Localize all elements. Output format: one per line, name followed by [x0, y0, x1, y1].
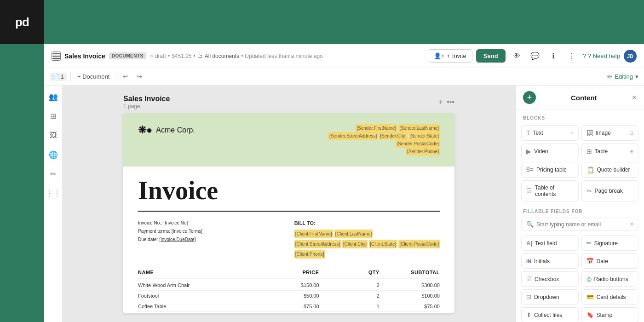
close-panel-button[interactable]: ×	[632, 93, 637, 103]
card-icon: 💳	[586, 293, 594, 300]
sender-lastname-field[interactable]: [Sender.LastName]	[398, 124, 440, 132]
date-icon: 📅	[586, 258, 594, 264]
text-format-icon: ≡	[570, 130, 573, 136]
block-video[interactable]: ▶ Video	[521, 144, 579, 159]
fillable-radio[interactable]: ◎ Radio buttons	[581, 271, 639, 287]
client-firstname-field[interactable]: [Client.FirstName]	[294, 230, 333, 238]
sidebar-people-icon[interactable]: 👥	[47, 90, 60, 103]
avatar[interactable]: JD	[624, 50, 637, 63]
sender-state-field[interactable]: [Sender.State]	[409, 132, 440, 140]
view-button[interactable]: 👁	[509, 49, 524, 63]
fillable-signature[interactable]: ✏ Signature	[581, 236, 639, 251]
sender-postal-line: [Sender.PostalCode]	[328, 140, 440, 148]
help-button[interactable]: ? ? Need help	[583, 52, 620, 59]
fillable-dropdown[interactable]: ⊟ Dropdown	[521, 289, 579, 305]
info-button[interactable]: ℹ	[546, 49, 561, 63]
sidebar-layout-icon[interactable]: ⊞	[47, 109, 60, 122]
client-street-field[interactable]: [Client.StreetAddress]	[294, 240, 341, 248]
page-icon: 📄	[52, 74, 59, 80]
company-logo-area: ❋● Acme Corp.	[138, 124, 195, 136]
editing-button[interactable]: ✏ Editing ▾	[607, 73, 638, 80]
sender-street-field[interactable]: [Sender.StreetAddress]	[328, 132, 378, 140]
block-pricing[interactable]: $= Pricing table	[521, 162, 579, 178]
table-row: White-Wood Arm Chair $150.00 2 $300.00	[138, 280, 440, 291]
fillable-card[interactable]: 💳 Card details	[581, 289, 639, 305]
send-button[interactable]: Send	[476, 49, 506, 63]
block-quote-label: Quote builder	[597, 167, 630, 173]
comment-button[interactable]: 💬	[528, 49, 542, 63]
due-date: Due date: [Invoice.DueDate]	[138, 236, 202, 244]
fillable-date[interactable]: 📅 Date	[581, 253, 639, 269]
top-bar-right: 👤+ + Invite Send 👁 💬 ℹ ⋮ ? ? Need help J…	[428, 49, 637, 63]
add-content-button[interactable]: +	[523, 91, 536, 104]
sender-city-field[interactable]: [Sender.City]	[379, 132, 407, 140]
fillable-stamp[interactable]: 🔖 Stamp	[581, 307, 639, 322]
amount: $451.25	[172, 53, 191, 59]
right-panel: + Content × BLOCKS T Text ≡ 🖼 Image ⊡	[515, 86, 644, 322]
sidebar-grid-icon[interactable]: ⋮⋮	[47, 187, 60, 200]
redo-button[interactable]: ↪	[134, 72, 145, 81]
toolbar-row: 📄 1 + Document ↩ ↪ ✏ Editing ▾	[44, 68, 644, 86]
invite-button[interactable]: 👤+ + Invite	[428, 49, 472, 63]
client-lastname-field[interactable]: [Client.LastName]	[334, 230, 373, 238]
col-qty: QTY	[319, 270, 380, 275]
pagebreak-block-icon: ✂	[586, 187, 592, 195]
row2-price: $50.00	[259, 293, 319, 299]
sender-firstname-field[interactable]: [Sender.FirstName]	[356, 124, 397, 132]
company-name: Acme Corp.	[156, 126, 195, 134]
files-label: Collect files	[534, 312, 562, 318]
chevron-down-icon: ▾	[635, 73, 638, 80]
fillable-initials[interactable]: IN Initials	[521, 253, 579, 269]
panel-content: BLOCKS T Text ≡ 🖼 Image ⊡ ▶ Video	[516, 110, 644, 322]
sidebar-edit-icon[interactable]: ✏	[47, 167, 60, 180]
page-more-button[interactable]: •••	[447, 98, 454, 106]
client-postal-field[interactable]: [Client.PostalCode]	[398, 240, 440, 248]
document-name: Sales Invoice	[123, 95, 170, 103]
row3-name: Coffee Table	[138, 304, 259, 309]
block-quote[interactable]: 📋 Quote builder	[581, 162, 639, 178]
invoice-info-row: Invoice No.: [Invoice No] Payment terms:…	[123, 212, 454, 266]
more-options-button[interactable]: ⋮	[564, 49, 579, 63]
sender-phone-field[interactable]: [Sender.Phone]	[406, 148, 440, 155]
block-text[interactable]: T Text ≡	[521, 125, 579, 141]
table-grid-icon: ⊞	[629, 149, 633, 155]
fillable-search-input[interactable]	[536, 221, 628, 228]
invoice-left-info: Invoice No.: [Invoice No] Payment terms:…	[138, 219, 202, 259]
blocks-section-label: BLOCKS	[521, 115, 638, 121]
toolbar-divider	[70, 72, 71, 81]
add-document-button[interactable]: + Document	[75, 72, 112, 81]
sidebar-image-icon[interactable]: 🖼	[47, 129, 60, 142]
updated-text: Updated less than a minute ago	[245, 53, 322, 59]
block-table[interactable]: ⊞ Table ⊞	[581, 144, 639, 159]
block-pagebreak-label: Page break	[595, 188, 623, 194]
pricing-block-icon: $=	[526, 166, 534, 173]
block-toc[interactable]: ☰ Table of contents	[521, 180, 579, 201]
date-label: Date	[597, 258, 608, 264]
block-pricing-label: Pricing table	[536, 167, 567, 173]
checkbox-icon: ☑	[526, 276, 532, 282]
fillable-checkbox[interactable]: ☑ Checkbox	[521, 271, 579, 287]
sidebar-translate-icon[interactable]: 🌐	[47, 148, 60, 161]
canvas-area: Sales Invoice 1 page + ••• ❋● Acme Corp.	[63, 86, 515, 322]
fillable-files[interactable]: ⬆ Collect files	[521, 307, 579, 322]
sender-postal-field[interactable]: [Sender.PostalCode]	[396, 140, 440, 148]
hamburger-menu[interactable]	[52, 52, 61, 61]
undo-button[interactable]: ↩	[120, 72, 131, 81]
image-placeholder-icon: ⊡	[629, 130, 633, 136]
client-state-field[interactable]: [Client.State]	[369, 240, 397, 248]
fillable-section-label: FILLABLE FIELDS FOR	[521, 209, 638, 214]
signature-icon: ✏	[586, 240, 592, 247]
due-date-field[interactable]: [Invoice.DueDate]	[159, 237, 196, 242]
all-docs-link[interactable]: All documents	[205, 53, 239, 59]
client-phone-field[interactable]: [Client.Phone]	[294, 250, 325, 259]
block-image[interactable]: 🖼 Image ⊡	[581, 125, 639, 141]
top-bar-left: Sales Invoice DOCUMENTS ○ draft • $451.2…	[52, 52, 323, 61]
logo-symbol: ❋●	[138, 124, 152, 136]
help-icon: ?	[583, 52, 586, 59]
add-page-button[interactable]: +	[438, 98, 443, 107]
fillable-textfield[interactable]: A| Text field	[521, 236, 579, 251]
search-dropdown-icon: ▾	[631, 221, 633, 227]
block-pagebreak[interactable]: ✂ Page break	[581, 180, 639, 201]
card-label: Card details	[597, 294, 626, 300]
client-city-field[interactable]: [Client.City]	[342, 240, 368, 248]
